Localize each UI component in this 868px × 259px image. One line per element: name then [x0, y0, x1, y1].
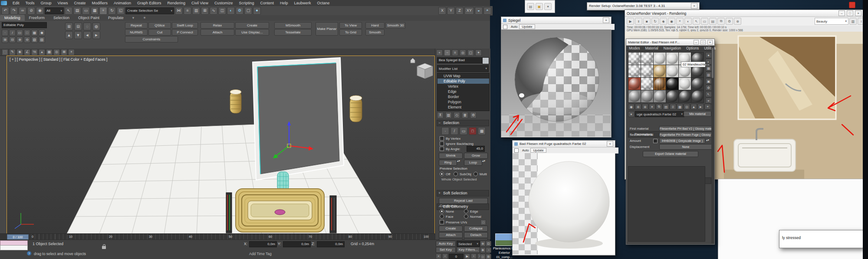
max-logo-icon[interactable] — [1, 1, 7, 5]
paint-select-icon[interactable]: ✎ — [9, 49, 16, 56]
preserve-uvs-settings-icon[interactable]: □ — [480, 220, 486, 225]
material-editor-window[interactable]: Material Editor - Bad Fliesen mit F... –… — [626, 39, 715, 245]
material-slot[interactable] — [691, 78, 704, 90]
material-slot[interactable] — [628, 52, 641, 65]
material-slot[interactable] — [679, 78, 691, 90]
render-teapot-icon[interactable]: ◒ — [475, 7, 483, 15]
auto-key-button[interactable]: Auto Key — [436, 241, 456, 247]
spiegel-update-button[interactable]: Update — [519, 24, 535, 29]
select-object-icon[interactable]: ↖ — [65, 7, 72, 15]
constraint-normal-radio[interactable]: Normal — [464, 214, 481, 219]
notification-badge[interactable] — [849, 2, 855, 8]
me-show-map-icon[interactable]: ▦ — [677, 104, 683, 110]
named-selection-sets-combo[interactable]: Create Selection Se▾ — [125, 7, 174, 14]
relax-button[interactable]: Relax — [201, 22, 234, 29]
menu-group[interactable]: Group — [38, 0, 55, 6]
tab-freeform[interactable]: Freeform — [25, 15, 49, 21]
me-menu-navigation[interactable]: Navigation — [661, 46, 684, 51]
me-assign-icon[interactable]: ⊛ — [642, 104, 648, 110]
viewport[interactable]: [ + ] [ Perspective ] [ Standard ] [ Fla… — [7, 56, 435, 234]
folder-icon[interactable]: ▣ — [536, 3, 543, 10]
material-slot[interactable] — [666, 52, 678, 65]
edged-faces-icon[interactable]: ▦ — [46, 49, 53, 56]
explorer-fragment[interactable]: ▤ ▣ ✦ — [525, 0, 555, 13]
spiegel-titlebar[interactable]: Spiegel × — [501, 17, 611, 24]
axis-xy-button[interactable]: XY — [464, 7, 474, 15]
fliesen-titlebar[interactable]: Bad Fliesen mit Fuge quadratisch Farbe 0… — [513, 141, 615, 148]
material-type-button[interactable]: Mix material — [684, 111, 711, 117]
subobj-object-icon[interactable]: ◆ — [39, 30, 45, 36]
amount-spinner[interactable]: ▴▾ — [706, 138, 709, 142]
subobj-element-icon[interactable]: ▦ — [31, 30, 38, 36]
modifier-list-dropdown[interactable]: Modifier List▾ — [437, 65, 489, 72]
material-slot[interactable] — [666, 78, 678, 90]
editable-poly-field[interactable]: Editable Poly — [2, 22, 47, 28]
octane-maximize-icon[interactable]: □ — [847, 10, 853, 16]
axis-x-button[interactable]: X — [438, 7, 446, 15]
octane-save-image-icon[interactable]: ▤ — [709, 18, 717, 25]
octane-lock-icon[interactable]: ◈ — [660, 18, 667, 25]
select-move-icon[interactable]: + — [99, 7, 107, 15]
me-show-end-result-icon[interactable]: ◎ — [684, 104, 690, 110]
redo-icon[interactable]: ↷ — [10, 7, 18, 15]
menu-octane[interactable]: Octane — [314, 0, 332, 6]
octane-pick-object-icon[interactable]: ↖ — [693, 18, 700, 25]
shrink-selection-icon[interactable]: ⊟ — [74, 23, 82, 30]
material-slot[interactable] — [641, 52, 653, 65]
stressed-window[interactable]: ly stressed — [779, 230, 864, 248]
save-icon[interactable]: ▤ — [527, 3, 534, 10]
material-slot[interactable] — [666, 65, 678, 77]
octane-zoom-icon[interactable]: ⊕ — [734, 18, 741, 25]
stack-item-element[interactable]: Element — [437, 105, 489, 110]
grow-button[interactable]: Grow — [464, 153, 488, 159]
cut-button[interactable]: Cut — [148, 29, 171, 36]
create-button[interactable]: Create — [235, 22, 269, 29]
amount-map-checkbox[interactable] — [653, 139, 658, 143]
menu-content[interactable]: Content — [257, 0, 277, 6]
material-editor-titlebar[interactable]: Material Editor - Bad Fliesen mit F... –… — [626, 39, 714, 46]
octane-pick-focus-icon[interactable]: ⌖ — [676, 18, 684, 25]
loop-selection-icon[interactable]: ◌ — [83, 23, 91, 30]
render-iterative-icon[interactable]: ◓ — [483, 7, 491, 15]
y-coordinate-field[interactable]: 0,0m — [283, 241, 311, 247]
octane-settings-icon[interactable]: ⚙ — [726, 18, 733, 25]
field-of-view-icon[interactable]: ◇ — [480, 254, 486, 259]
maxscript-listener-white[interactable] — [0, 245, 28, 250]
repeat-button[interactable]: Repeat — [125, 22, 148, 29]
octane-minimize-icon[interactable]: – — [838, 10, 845, 16]
unlink-icon[interactable]: ⊘ — [27, 7, 35, 15]
utilities-tab-icon[interactable]: ✶ — [475, 49, 482, 56]
fliesen-update-button[interactable]: Update — [530, 148, 546, 153]
pin-stack-icon[interactable]: ⊼ — [437, 112, 444, 118]
selection-rollout-header[interactable]: Selection — [437, 120, 489, 126]
render-setup-icon[interactable]: ⚙ — [236, 7, 243, 15]
schematic-view-icon[interactable]: ◫ — [218, 7, 226, 15]
pan-icon[interactable]: ✥ — [480, 247, 486, 253]
fliesen-auto-checkbox[interactable] — [514, 148, 519, 153]
octane-restart-icon[interactable]: ↻ — [651, 18, 659, 25]
timeline-ruler[interactable]: 0 10 20 30 40 50 60 70 80 90 100 — [30, 234, 432, 240]
layer-manager-icon[interactable]: ▥ — [192, 7, 200, 15]
tab-selection[interactable]: Selection — [49, 15, 74, 21]
key-filters-button[interactable]: Key Filters... — [457, 247, 480, 253]
preserve-uvs-checkbox[interactable]: Preserve UVs — [440, 220, 467, 224]
render-production-icon[interactable]: ● — [253, 7, 261, 15]
me-get-material-icon[interactable]: ◉ — [628, 104, 635, 110]
orbit-icon[interactable]: ◔ — [486, 247, 491, 253]
octane-close-icon[interactable]: × — [855, 10, 861, 16]
repeat-last-button[interactable]: Repeat Last — [439, 198, 488, 204]
remove-modifier-icon[interactable]: 🗑 — [462, 112, 468, 118]
me-select-by-mat-icon[interactable]: ↖ — [705, 91, 712, 97]
snap-toggle-icon[interactable]: ◈ — [16, 49, 23, 56]
me-maximize-icon[interactable]: □ — [700, 40, 706, 45]
octane-pick-material-icon[interactable]: ◐ — [684, 18, 692, 25]
octane-pause-icon[interactable]: ‖ — [635, 18, 642, 25]
smooth-button[interactable]: Smooth — [365, 29, 385, 36]
coordinate-display-icon[interactable]: ⌖ — [68, 49, 75, 56]
me-close-icon[interactable]: × — [707, 40, 713, 45]
x-coordinate-field[interactable]: 0,0m — [249, 241, 277, 247]
isolate-icon[interactable]: ◎ — [53, 49, 60, 56]
material-slot[interactable] — [654, 65, 666, 77]
pm-icon-2[interactable]: ⊟ — [9, 36, 16, 43]
zoom-extents-icon[interactable]: ⊡ — [486, 241, 491, 246]
